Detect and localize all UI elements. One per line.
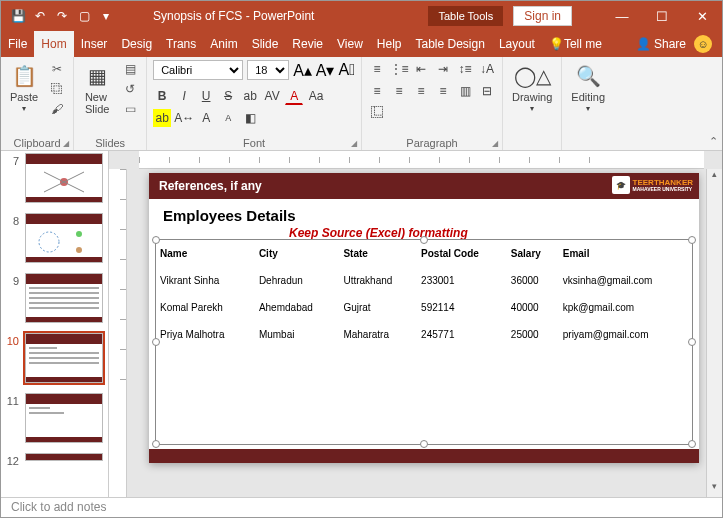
cell[interactable]: 245771	[417, 321, 507, 348]
handle-ne[interactable]	[688, 236, 696, 244]
qa-more-icon[interactable]: ▾	[97, 7, 115, 25]
cell[interactable]: Komal Parekh	[156, 294, 255, 321]
highlight-button[interactable]: ab	[153, 109, 171, 127]
cell[interactable]: Gujrat	[339, 294, 417, 321]
tab-transitions[interactable]: Trans	[159, 31, 203, 57]
shrink-font-icon[interactable]: A▾	[316, 61, 335, 80]
paste-button[interactable]: 📋 Paste ▾	[7, 60, 41, 115]
cell[interactable]: vksinha@gmail.com	[559, 267, 692, 294]
dialog-launcher-icon[interactable]: ◢	[351, 139, 357, 148]
reset-icon[interactable]: ↺	[120, 80, 140, 98]
bullets-icon[interactable]: ≡	[368, 60, 386, 78]
maximize-button[interactable]: ☐	[642, 1, 682, 31]
indent-inc-icon[interactable]: ⇥	[434, 60, 452, 78]
tab-layout[interactable]: Layout	[492, 31, 542, 57]
cell[interactable]: Vikrant Sinha	[156, 267, 255, 294]
slide-canvas[interactable]: References, if any 🎓 TEERTHANKERMAHAVEER…	[149, 173, 699, 463]
section-icon[interactable]: ▭	[120, 100, 140, 118]
scroll-up-icon[interactable]: ▴	[707, 169, 722, 185]
editing-button[interactable]: 🔍 Editing ▾	[568, 60, 608, 115]
start-icon[interactable]: ▢	[75, 7, 93, 25]
tab-help[interactable]: Help	[370, 31, 409, 57]
cell[interactable]: 592114	[417, 294, 507, 321]
align-center-icon[interactable]: ≡	[390, 82, 408, 100]
minimize-button[interactable]: —	[602, 1, 642, 31]
table-row[interactable]: Komal ParekhAhemdabadGujrat59211440000kp…	[156, 294, 692, 321]
cell[interactable]: Uttrakhand	[339, 267, 417, 294]
font-color-button[interactable]: A	[285, 87, 303, 105]
layout-icon[interactable]: ▤	[120, 60, 140, 78]
scroll-down-icon[interactable]: ▾	[707, 481, 722, 497]
tab-table-design[interactable]: Table Design	[409, 31, 492, 57]
table-row[interactable]: Vikrant SinhaDehradunUttrakhand233001360…	[156, 267, 692, 294]
align-left-icon[interactable]: ≡	[368, 82, 386, 100]
thumb-11[interactable]: 11	[5, 393, 104, 443]
collapse-ribbon-icon[interactable]: ⌃	[709, 135, 718, 148]
font-name-select[interactable]: Calibri	[153, 60, 243, 80]
spacing-button[interactable]: AV	[263, 87, 281, 105]
tell-me[interactable]: 💡 Tell me	[542, 31, 609, 57]
save-icon[interactable]: 💾	[9, 7, 27, 25]
notes-pane[interactable]: Click to add notes	[1, 497, 722, 518]
handle-e[interactable]	[688, 338, 696, 346]
scrollbar-vertical[interactable]: ▴▾	[706, 169, 722, 497]
tab-slideshow[interactable]: Slide	[245, 31, 286, 57]
undo-icon[interactable]: ↶	[31, 7, 49, 25]
cell[interactable]: Ahemdabad	[255, 294, 340, 321]
justify-icon[interactable]: ≡	[434, 82, 452, 100]
thumb-8[interactable]: 8	[5, 213, 104, 263]
handle-n[interactable]	[420, 236, 428, 244]
handle-sw[interactable]	[152, 440, 160, 448]
cell[interactable]: 233001	[417, 267, 507, 294]
redo-icon[interactable]: ↷	[53, 7, 71, 25]
thumb-12[interactable]: 12	[5, 453, 104, 467]
cell[interactable]: 40000	[507, 294, 559, 321]
underline-button[interactable]: U	[197, 87, 215, 105]
slide-title[interactable]: Employees Details	[149, 199, 699, 226]
slide-thumbnails[interactable]: 7 8 9 10 11 12	[1, 151, 109, 497]
smartart-icon[interactable]: ⿺	[368, 104, 386, 122]
italic-button[interactable]: I	[175, 87, 193, 105]
clear-format-icon[interactable]: A⃠	[338, 61, 355, 79]
dialog-launcher-icon[interactable]: ◢	[63, 139, 69, 148]
cell[interactable]: 25000	[507, 321, 559, 348]
handle-nw[interactable]	[152, 236, 160, 244]
tab-file[interactable]: File	[1, 31, 34, 57]
sign-in-button[interactable]: Sign in	[513, 6, 572, 26]
slide-editor[interactable]: References, if any 🎓 TEERTHANKERMAHAVEER…	[109, 151, 722, 497]
cell[interactable]: priyam@gmail.com	[559, 321, 692, 348]
align-text-icon[interactable]: ⊟	[478, 82, 496, 100]
case-button[interactable]: Aa	[307, 87, 325, 105]
grow-font-icon[interactable]: A▴	[293, 61, 312, 80]
strike-button[interactable]: S	[219, 87, 237, 105]
font-size-select[interactable]: 18	[247, 60, 289, 80]
tab-design[interactable]: Desig	[114, 31, 159, 57]
tab-review[interactable]: Revie	[285, 31, 330, 57]
shadow-button[interactable]: ab	[241, 87, 259, 105]
numbering-icon[interactable]: ⋮≡	[390, 60, 408, 78]
drawing-button[interactable]: ◯△ Drawing ▾	[509, 60, 555, 115]
thumb-9[interactable]: 9	[5, 273, 104, 323]
font-shrink-icon[interactable]: A	[219, 109, 237, 127]
dialog-launcher-icon[interactable]: ◢	[492, 139, 498, 148]
tab-view[interactable]: View	[330, 31, 370, 57]
share-button[interactable]: 👤 Share	[636, 37, 686, 51]
cell[interactable]: 36000	[507, 267, 559, 294]
thumb-10[interactable]: 10	[5, 333, 104, 383]
align-right-icon[interactable]: ≡	[412, 82, 430, 100]
thumb-7[interactable]: 7	[5, 153, 104, 203]
tab-home[interactable]: Hom	[34, 31, 73, 57]
new-slide-button[interactable]: ▦ New Slide	[80, 60, 114, 117]
cell[interactable]: kpk@gmail.com	[559, 294, 692, 321]
format-painter-icon[interactable]: 🖌	[47, 100, 67, 118]
feedback-icon[interactable]: ☺	[694, 35, 712, 53]
cell[interactable]: Priya Malhotra	[156, 321, 255, 348]
handle-w[interactable]	[152, 338, 160, 346]
cell[interactable]: Dehradun	[255, 267, 340, 294]
cut-icon[interactable]: ✂	[47, 60, 67, 78]
font-grow-icon[interactable]: A	[197, 109, 215, 127]
tab-insert[interactable]: Inser	[74, 31, 115, 57]
table-row[interactable]: Priya MalhotraMumbaiMaharatra24577125000…	[156, 321, 692, 348]
bold-button[interactable]: B	[153, 87, 171, 105]
text-direction-icon[interactable]: ↓A	[478, 60, 496, 78]
